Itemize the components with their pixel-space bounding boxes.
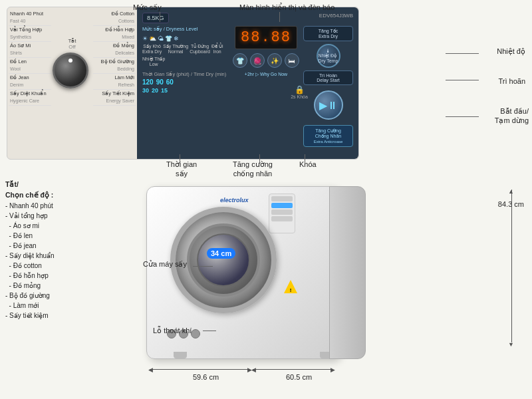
- mode-item: - Bộ đồ giường: [5, 291, 125, 301]
- dryness-cupboard: Tủ ĐứngCupboard: [190, 44, 210, 55]
- display-header: 8.5KG EDV654J3WB: [142, 13, 353, 23]
- program-list-left: Nhanh 40 PhútFast 40 Vải Tổng HợpSynthet…: [9, 10, 51, 106]
- annotation-thoi-gian-say: Thời giansấy: [166, 160, 197, 179]
- machine-right-side: [329, 186, 366, 359]
- knob-panel: Nhanh 40 PhútFast 40 Vải Tổng HợpSynthet…: [7, 7, 137, 159]
- temperature-button[interactable]: 🌡 Nhiệt ĐộDry Temp: [317, 44, 340, 68]
- height-arrow-top: ▲: [508, 188, 514, 195]
- dryer-icons-row: 👕 🧶 ✨ 🛏: [233, 53, 299, 68]
- panel-btn-1: [271, 196, 293, 201]
- knob-off-label: TắtOff: [68, 38, 76, 50]
- line-nhiet-do: [446, 53, 479, 54]
- panel-btn-3: [271, 209, 293, 215]
- annotation-muc-say: Mức sấy: [133, 3, 162, 12]
- antiwrinkle-button[interactable]: Tăng CườngChống NhănExtra Anticroase: [303, 125, 353, 147]
- mode-list: - Nhanh 40 phút - Vải tổng hợp - Áo sơ m…: [5, 201, 125, 321]
- program-item: Đồ MỏngDelicates: [93, 42, 136, 58]
- height-arrow-bottom: ▼: [508, 341, 514, 348]
- width-front-line: [150, 369, 249, 370]
- dryness-normal: Sấy ThườngNormal: [163, 44, 188, 55]
- panel-btn-4: [271, 216, 293, 221]
- annotation-nhiet-do: Nhiệt độ: [497, 47, 525, 56]
- control-panel: Nhanh 40 PhútFast 40 Vải Tổng HợpSynthet…: [7, 7, 359, 160]
- dryer-icon-delicate[interactable]: ✨: [267, 53, 282, 68]
- dryness-icon-1: ☀: [142, 35, 148, 42]
- program-item: Nhanh 40 PhútFast 40: [9, 10, 51, 26]
- line-lo-thoat-khi: [203, 331, 216, 331]
- mode-item: - Đồ hỗn hợp: [5, 271, 125, 281]
- dryer-icon-shirt[interactable]: 👕: [233, 53, 247, 68]
- annotation-khoa: Khóa: [299, 160, 317, 169]
- height-line: [511, 190, 512, 342]
- time-section: Thời Gian Sấy (phút) / Time Dry (min) 12…: [142, 71, 229, 94]
- time-values-bottom: 30 20 15: [142, 87, 229, 94]
- dryer-machine: electrolux 34 cm !: [126, 180, 366, 386]
- dryness-icon-4: 👕: [165, 35, 172, 42]
- program-item: Sấy Tiết KiệmEnergy Saver: [93, 90, 136, 106]
- display-left-section: Mức sấy / Dryness Level ☀ ⛅ 🌤 👕 ❄ Sấy Kh…: [142, 26, 229, 154]
- display-right-section: Tăng TốcExtra Dry 🌡 Nhiệt ĐộDry Temp Trì…: [303, 26, 353, 154]
- door-glass: [197, 233, 250, 287]
- warning-sticker: !: [284, 280, 297, 293]
- dryer-icon-bed[interactable]: 🛏: [285, 53, 299, 68]
- time-15: 15: [161, 87, 168, 94]
- dryness-icon-3: 🌤: [158, 35, 164, 42]
- width-front-dimension: 59.6 cm: [193, 372, 219, 382]
- time-label: Thời Gian Sấy (phút) / Time Dry (min): [142, 71, 229, 77]
- program-item: Đồ Hỗn HợpMixed: [93, 26, 136, 42]
- time-120: 120: [142, 78, 154, 86]
- mode-description-block: Tắt/Chọn chế độ : - Nhanh 40 phút - Vải …: [5, 180, 125, 321]
- annotation-tang-cuong: Tăng cườngchống nhăn: [233, 160, 273, 179]
- dryness-icons-row: ☀ ⛅ 🌤 👕 ❄: [142, 35, 229, 42]
- machine-control-panel: [269, 194, 295, 233]
- time-60: 60: [166, 78, 174, 86]
- time-remaining-label: +2hr ▷ Why Go Now: [245, 72, 287, 77]
- annotation-lo-thoat-khi: Lỗ thoát khí: [153, 326, 192, 335]
- lock-label: 2s Khóa: [291, 94, 308, 99]
- play-pause-icon: ▶⏸: [319, 99, 338, 112]
- mode-item: - Sấy diệt khuẩn: [5, 251, 125, 261]
- display-main: Mức sấy / Dryness Level ☀ ⛅ 🌤 👕 ❄ Sấy Kh…: [142, 26, 353, 154]
- line-muc-say: [160, 12, 160, 22]
- annotation-cua-may-say: Cửa máy sấy: [143, 259, 187, 269]
- lock-icon: 🔒: [295, 85, 305, 94]
- line-tang-cuong: [259, 154, 260, 164]
- muc-say-label: Mức sấy / Dryness Level: [142, 26, 229, 32]
- line-bat-dau: [446, 116, 479, 117]
- dryness-iron: Để ỦiIron: [211, 44, 223, 55]
- vent-hole-3: [191, 329, 200, 338]
- program-item: Đồ LenWool: [9, 58, 51, 74]
- time-20: 20: [152, 87, 158, 94]
- dryness-extra-dry: Sấy KhôExtra Dry: [142, 44, 162, 55]
- lock-control[interactable]: 🔒 2s Khóa: [291, 85, 308, 99]
- line-cua-may-say: [193, 266, 213, 267]
- time-90: 90: [156, 78, 164, 86]
- mode-item: - Đồ jean: [5, 241, 125, 251]
- foot-left: [174, 352, 187, 358]
- mode-item: - Sấy tiết kiệm: [5, 311, 125, 321]
- dryer-icon-wool[interactable]: 🧶: [250, 53, 265, 68]
- line-man-hinh: [279, 12, 280, 22]
- mode-item: - Đồ mỏng: [5, 281, 125, 291]
- dryness-level-labels: Sấy KhôExtra Dry Sấy ThườngNormal Tủ Đứn…: [142, 44, 229, 68]
- width-side-line: [253, 369, 332, 370]
- program-knob[interactable]: [53, 53, 88, 88]
- model-info: EDV654J3WB: [319, 13, 353, 19]
- temp-label: Nhiệt ĐộDry Temp: [319, 53, 338, 63]
- line-tri-hoan: [446, 80, 479, 80]
- line-khoa: [305, 154, 305, 164]
- display-panel: 8.5KG EDV654J3WB Mức sấy / Dryness Level…: [137, 7, 358, 159]
- mode-item: - Làm mới: [5, 301, 125, 311]
- dryness-low: Nhiệt ThấpLow: [142, 57, 165, 68]
- door-diameter-label: 34 cm: [207, 248, 235, 259]
- tang-toc-button[interactable]: Tăng TốcExtra Dry: [303, 26, 353, 41]
- door-inner-ring: [187, 223, 260, 297]
- mode-item: - Áo sơ mi: [5, 221, 125, 231]
- start-pause-button[interactable]: ▶⏸: [314, 90, 343, 120]
- tri-hoan-button[interactable]: Trì HoànDelay Start: [303, 70, 353, 85]
- program-item: Sấy Diệt KhuẩnHygienic Care: [9, 90, 51, 106]
- program-item: Vải Tổng HợpSynthetics: [9, 26, 51, 42]
- line-thoi-gian-say: [180, 154, 180, 164]
- machine-feet: [174, 352, 333, 358]
- program-item: Đồ JeanDenim: [9, 74, 51, 90]
